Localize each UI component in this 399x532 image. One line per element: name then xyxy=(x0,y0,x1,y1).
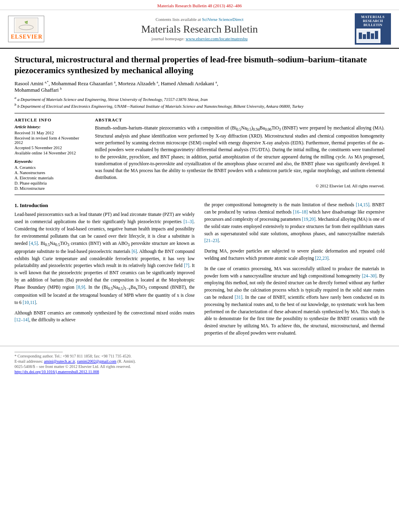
abstract-text: Bismuth–sodium–barium–titanate piezocera… xyxy=(95,125,385,181)
affil-b: b b Department of Electrical and Electro… xyxy=(14,103,385,109)
left-column: 1. Introduction Lead-based piezoceramics… xyxy=(14,201,195,340)
kw-5: D. Microstructure xyxy=(14,186,87,191)
kw-3: A. Electronic materials xyxy=(14,176,87,180)
elsevier-logo: 🌿 ELSEVIER xyxy=(8,16,44,42)
keywords-section: Keywords: A. Ceramics A. Nanostructures … xyxy=(14,159,87,191)
homepage-url[interactable]: www.elsevier.com/locate/matresbu xyxy=(186,36,248,41)
issn-line: 0025-5408/$ – see front matter © 2012 El… xyxy=(14,364,385,369)
svg-text:🌿: 🌿 xyxy=(25,21,28,24)
copyright-line: © 2012 Elsevier Ltd. All rights reserved… xyxy=(95,184,385,188)
article-info: ARTICLE INFO Article history: Received 3… xyxy=(14,117,87,191)
received-revised-line: Received in revised form 4 November 2012 xyxy=(14,136,87,145)
journal-title: Materials Research Bulletin xyxy=(48,23,351,35)
info-section-title: ARTICLE INFO xyxy=(14,117,87,122)
header-area: 🌿 ELSEVIER Contents lists available at S… xyxy=(0,10,399,49)
article-title: Structural, microstructural and thermal … xyxy=(14,54,385,76)
right-para-3: In the case of ceramics processing, MA w… xyxy=(204,265,385,337)
kw-2: A. Nanostructures xyxy=(14,170,87,175)
right-para-1: the proper compositional homogeneity is … xyxy=(204,201,385,244)
right-column: the proper compositional homogeneity is … xyxy=(204,201,385,340)
received-line: Received 31 May 2012 xyxy=(14,131,87,135)
email-note: E-mail addresses: amini@sutech.ac.ir, ra… xyxy=(14,359,385,364)
elsevier-logo-box: 🌿 ELSEVIER xyxy=(8,16,44,42)
available-line: Available online 14 November 2012 xyxy=(14,151,87,155)
section-1-title: 1. Introduction xyxy=(14,201,195,210)
journal-homepage: journal homepage: www.elsevier.com/locat… xyxy=(48,36,351,41)
abstract-title: ABSTRACT xyxy=(95,117,385,122)
authors-line: Rasool Amini a,*, Mohammad Reza Ghazanfa… xyxy=(14,80,385,94)
contents-line: Contents lists available at SciVerse Sci… xyxy=(48,17,351,22)
author-rasool: Rasool Amini a,*, Mohammad Reza Ghazanfa… xyxy=(14,80,218,86)
keywords-label: Keywords: xyxy=(14,159,87,164)
main-content: Structural, microstructural and thermal … xyxy=(0,49,399,346)
accepted-line: Accepted 5 November 2012 xyxy=(14,146,87,150)
corresponding-note: * Corresponding author. Tel.: +98 917 81… xyxy=(14,354,385,358)
email-link[interactable]: amini@sutech.ac.ir xyxy=(44,359,75,364)
body-columns: 1. Introduction Lead-based piezoceramics… xyxy=(14,201,385,340)
author-ghaffari: Mohammad Ghaffari b xyxy=(14,87,62,93)
page-wrapper: Materials Research Bulletin 48 (2013) 48… xyxy=(0,0,399,376)
email-link-2[interactable]: ramini2002@gmail.com xyxy=(77,359,116,364)
left-para-2: Although BNBT ceramics are commonly synt… xyxy=(14,310,195,324)
divider-1 xyxy=(14,113,385,113)
history-label: Article history: xyxy=(14,125,87,129)
svg-rect-7 xyxy=(371,33,374,39)
page-footer: * Corresponding author. Tel.: +98 917 81… xyxy=(0,346,399,376)
info-abstract: ARTICLE INFO Article history: Received 3… xyxy=(14,117,385,191)
mrb-logo: MATERIALS RESEARCH BULLETIN xyxy=(355,13,391,45)
divider-2 xyxy=(14,195,385,195)
header-center: Contents lists available at SciVerse Sci… xyxy=(48,17,351,41)
svg-rect-6 xyxy=(367,32,370,39)
svg-rect-4 xyxy=(359,33,362,39)
sciverse-link[interactable]: SciVerse ScienceDirect xyxy=(202,17,243,22)
affil-a: a a Department of Materials Science and … xyxy=(14,96,385,102)
abstract-section: ABSTRACT Bismuth–sodium–barium–titanate … xyxy=(95,117,385,191)
left-para-1: Lead-based piezoceramics such as lead ti… xyxy=(14,211,195,306)
mrb-logo-inner: MATERIALS RESEARCH BULLETIN xyxy=(355,13,391,45)
svg-rect-5 xyxy=(363,34,366,39)
elsevier-name: ELSEVIER xyxy=(11,34,41,40)
citation-text: Materials Research Bulletin 48 (2013) 48… xyxy=(157,3,242,8)
doi-line: http://dx.doi.org/10.1016/j.materresbull… xyxy=(14,370,385,374)
right-para-2: During MA, powder particles are subjecte… xyxy=(204,248,385,262)
kw-1: A. Ceramics xyxy=(14,165,87,170)
journal-top-bar: Materials Research Bulletin 48 (2013) 48… xyxy=(0,0,399,10)
kw-4: D. Phase equilibria xyxy=(14,181,87,185)
doi-link[interactable]: http://dx.doi.org/10.1016/j.materresbull… xyxy=(14,370,99,374)
affiliations: a a Department of Materials Science and … xyxy=(14,96,385,108)
footnote-sep xyxy=(14,352,63,352)
svg-rect-8 xyxy=(375,31,378,39)
